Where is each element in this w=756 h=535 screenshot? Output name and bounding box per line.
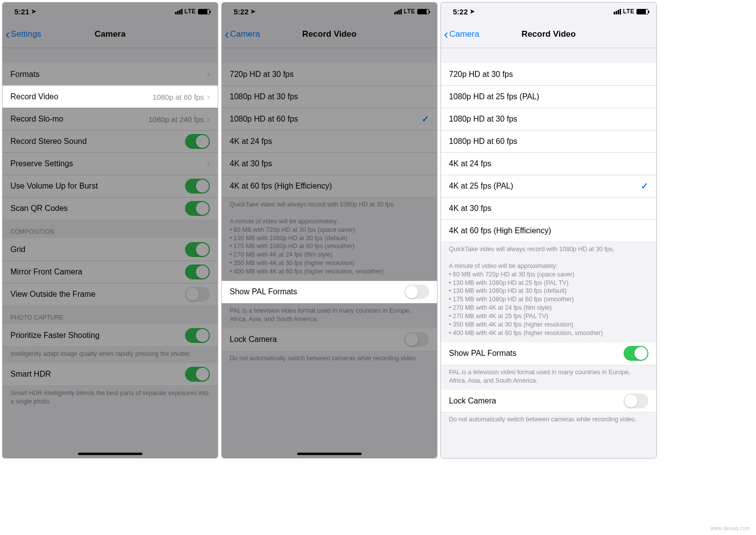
footer-lock-camera: Do not automatically switch between came…: [441, 412, 656, 429]
option-label: 720p HD at 30 fps: [230, 70, 294, 79]
option-row[interactable]: 4K at 60 fps (High Efficiency): [222, 175, 437, 197]
footer-bullet: • 130 MB with 1080p HD at 25 fps (PAL TV…: [449, 279, 648, 287]
row-smart-hdr[interactable]: Smart HDR: [2, 363, 218, 386]
status-time: 5:21: [14, 7, 29, 16]
footer-bullet: • 60 MB with 720p HD at 30 fps (space sa…: [449, 270, 648, 279]
row-view-outside[interactable]: View Outside the Frame: [2, 283, 218, 305]
option-row[interactable]: 4K at 60 fps (High Efficiency): [441, 219, 656, 242]
row-show-pal-formats[interactable]: Show PAL Formats: [441, 342, 656, 365]
footer-smart-hdr: Smart HDR intelligently blends the best …: [2, 386, 218, 411]
row-detail: 1080p at 240 fps: [148, 115, 204, 124]
battery-icon: [198, 9, 210, 14]
toggle-grid[interactable]: [185, 242, 210, 257]
footer-pal: PAL is a television video format used in…: [441, 365, 656, 390]
row-label: Mirror Front Camera: [10, 268, 82, 276]
signal-icon: [614, 9, 621, 14]
option-label: 4K at 60 fps (High Efficiency): [230, 182, 332, 191]
option-row[interactable]: 4K at 30 fps: [222, 152, 437, 175]
row-label: View Outside the Frame: [10, 290, 95, 299]
row-prioritize-shooting[interactable]: Prioritize Faster Shooting: [2, 324, 218, 346]
home-indicator: [78, 453, 142, 455]
page-title: Camera: [2, 29, 218, 39]
nav-bar: ‹ Settings Camera: [2, 20, 218, 48]
option-row[interactable]: 720p HD at 30 fps: [441, 63, 656, 85]
chevron-right-icon: ›: [207, 92, 210, 102]
option-label: 1080p HD at 60 fps: [449, 137, 517, 146]
option-label: 4K at 25 fps (PAL): [449, 182, 513, 191]
footer-bullet: • 175 MB with 1080p HD at 60 fps (smooth…: [449, 295, 648, 304]
toggle-mirror[interactable]: [185, 265, 210, 279]
signal-icon: [175, 9, 183, 14]
toggle-scan-qr[interactable]: [185, 201, 210, 216]
toggle-stereo[interactable]: [185, 134, 210, 149]
option-row[interactable]: 1080p HD at 60 fps✓: [222, 108, 437, 130]
check-icon: ✓: [641, 181, 648, 192]
row-record-slomo[interactable]: Record Slo-mo 1080p at 240 fps ›: [2, 108, 218, 130]
network-label: LTE: [623, 8, 634, 15]
row-label: Lock Camera: [449, 397, 496, 405]
network-label: LTE: [404, 8, 415, 15]
row-preserve-settings[interactable]: Preserve Settings ›: [2, 152, 218, 175]
row-label: Record Stereo Sound: [10, 137, 87, 146]
toggle-view-outside[interactable]: [185, 287, 210, 302]
status-bar: 5:22 ➤ LTE: [222, 2, 437, 20]
row-lock-camera[interactable]: Lock Camera: [441, 390, 656, 412]
option-label: 720p HD at 30 fps: [449, 70, 513, 79]
row-label: Preserve Settings: [10, 159, 73, 168]
row-label: Grid: [10, 245, 25, 254]
option-row[interactable]: 1080p HD at 60 fps: [441, 130, 656, 152]
toggle-smart-hdr[interactable]: [185, 367, 210, 382]
nav-bar: ‹ Camera Record Video: [441, 20, 656, 48]
footer-lock-camera: Do not automatically switch between came…: [222, 351, 437, 368]
row-label: Record Slo-mo: [10, 115, 63, 124]
screenshot-camera-settings: 5:21 ➤ LTE ‹ Settings Camera Formats ›: [2, 2, 218, 459]
row-label: Formats: [10, 70, 40, 79]
toggle-volume-burst[interactable]: [185, 179, 210, 194]
footer-prioritize: Intelligently adapt image quality when r…: [2, 346, 218, 363]
row-volume-burst[interactable]: Use Volume Up for Burst: [2, 175, 218, 197]
battery-icon: [636, 9, 648, 14]
nav-bar: ‹ Camera Record Video: [222, 20, 437, 48]
toggle-pal-formats[interactable]: [404, 284, 429, 299]
row-scan-qr[interactable]: Scan QR Codes: [2, 197, 218, 219]
row-label: Scan QR Codes: [10, 204, 68, 213]
row-grid[interactable]: Grid: [2, 238, 218, 261]
toggle-pal-formats[interactable]: [624, 346, 648, 361]
option-row[interactable]: 4K at 24 fps: [222, 130, 437, 152]
row-mirror-front[interactable]: Mirror Front Camera: [2, 261, 218, 283]
watermark: www.deuaq.com: [710, 526, 750, 531]
option-label: 1080p HD at 30 fps: [449, 115, 517, 124]
row-lock-camera[interactable]: Lock Camera: [222, 329, 437, 351]
row-record-video[interactable]: Record Video 1080p at 60 fps ›: [2, 85, 218, 108]
toggle-lock-camera[interactable]: [404, 332, 429, 347]
footer-bullet: • 60 MB with 720p HD at 30 fps (space sa…: [230, 226, 429, 234]
option-label: 4K at 60 fps (High Efficiency): [449, 226, 551, 235]
footer-bullet: • 350 MB with 4K at 30 fps (higher resol…: [449, 321, 648, 329]
network-label: LTE: [185, 8, 196, 15]
option-row[interactable]: 4K at 25 fps (PAL)✓: [441, 175, 656, 197]
footer-bullet: • 270 MB with 4K at 24 fps (film style): [449, 304, 648, 312]
option-row[interactable]: 720p HD at 30 fps: [222, 63, 437, 85]
toggle-lock-camera[interactable]: [624, 394, 648, 408]
location-icon: ➤: [31, 8, 36, 15]
battery-icon: [417, 9, 429, 14]
option-label: 1080p HD at 30 fps: [230, 92, 298, 101]
row-stereo-sound[interactable]: Record Stereo Sound: [2, 130, 218, 152]
option-row[interactable]: 1080p HD at 25 fps (PAL): [441, 85, 656, 108]
toggle-prioritize[interactable]: [185, 328, 210, 343]
footer-bullet: • 130 MB with 1080p HD at 30 fps (defaul…: [449, 287, 648, 295]
option-row[interactable]: 4K at 30 fps: [441, 197, 656, 219]
option-row[interactable]: 1080p HD at 30 fps: [441, 108, 656, 130]
row-detail: 1080p at 60 fps: [153, 93, 204, 101]
section-header-photo-capture: PHOTO CAPTURE: [2, 305, 218, 324]
location-icon: ➤: [251, 8, 255, 15]
footer-bullet: • 130 MB with 1080p HD at 30 fps (defaul…: [230, 234, 429, 243]
footer-bullet: • 175 MB with 1080p HD at 60 fps (smooth…: [230, 242, 429, 251]
row-formats[interactable]: Formats ›: [2, 63, 218, 85]
option-row[interactable]: 1080p HD at 30 fps: [222, 85, 437, 108]
status-bar: 5:22 ➤ LTE: [441, 2, 656, 20]
footer-bullet: • 270 MB with 4K at 25 fps (PAL TV): [449, 312, 648, 321]
footer-bullet: • 400 MB with 4K at 60 fps (higher resol…: [230, 268, 429, 276]
option-row[interactable]: 4K at 24 fps: [441, 152, 656, 175]
row-show-pal-formats[interactable]: Show PAL Formats: [222, 281, 437, 303]
